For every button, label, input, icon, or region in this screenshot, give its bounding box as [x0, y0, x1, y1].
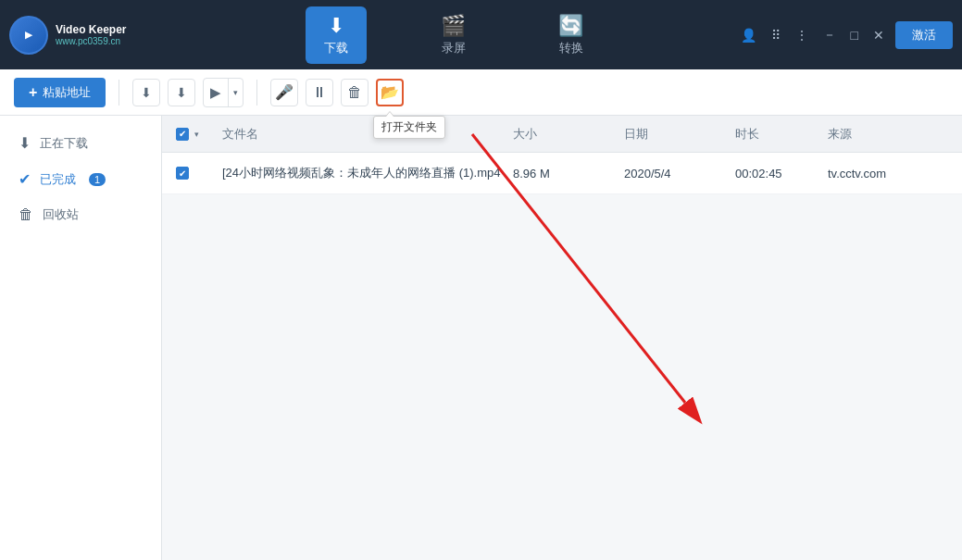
- import-1-icon: ⬇: [141, 85, 152, 100]
- row-size: 8.96 M: [513, 167, 624, 180]
- user-icon[interactable]: 👤: [737, 28, 760, 43]
- sidebar-item-recycle[interactable]: 🗑 回收站: [0, 197, 161, 232]
- open-folder-button[interactable]: 📂 打开文件夹: [376, 79, 404, 106]
- trash-icon: 🗑: [347, 84, 362, 101]
- sidebar-recycle-label: 回收站: [43, 206, 79, 223]
- import-3-icon: ▶: [210, 84, 221, 101]
- row-checkbox[interactable]: ✔: [176, 167, 189, 180]
- grid-icon[interactable]: ⠿: [768, 28, 784, 43]
- more-icon[interactable]: ⋮: [792, 28, 812, 43]
- row-date: 2020/5/4: [624, 167, 735, 180]
- logo-title: Video Keeper: [56, 23, 126, 36]
- nav-tabs: ⬇ 下载 🎬 录屏 🔄 转换: [171, 6, 737, 64]
- minimize-button[interactable]: －: [819, 27, 840, 44]
- delete-button[interactable]: 🗑: [341, 79, 369, 106]
- completed-badge: 1: [89, 173, 106, 186]
- download-icon: ⬇: [328, 14, 344, 38]
- pause-icon: ⏸: [312, 84, 327, 101]
- convert-icon: 🔄: [558, 14, 583, 38]
- recycle-icon: 🗑: [19, 206, 33, 223]
- mic-icon: 🎤: [275, 83, 294, 101]
- completed-icon: ✔: [19, 170, 31, 188]
- paste-address-button[interactable]: + 粘贴地址: [14, 78, 106, 107]
- downloading-icon: ⬇: [19, 134, 31, 152]
- table-row[interactable]: ✔ [24小时网络视频乱象：未成年人的网络直播 (1).mp4 8.96 M 2…: [162, 153, 962, 194]
- paste-label: 粘贴地址: [43, 84, 91, 101]
- close-button[interactable]: ✕: [869, 28, 888, 43]
- pause-button[interactable]: ⏸: [306, 79, 333, 106]
- tab-convert-label: 转换: [559, 40, 583, 56]
- activate-button[interactable]: 激活: [895, 21, 953, 49]
- sidebar-item-downloading[interactable]: ⬇ 正在下载: [0, 125, 161, 161]
- col-check-header: ✔ ▾: [176, 128, 222, 141]
- sidebar: ⬇ 正在下载 ✔ 已完成 1 🗑 回收站: [0, 116, 162, 560]
- chevron-down-icon: ▾: [233, 88, 238, 97]
- open-folder-tooltip: 打开文件夹: [373, 116, 445, 139]
- import-3-dropdown[interactable]: ▾: [228, 79, 243, 106]
- import-button-3[interactable]: ▶ ▾: [203, 78, 244, 107]
- logo-subtitle: www.pc0359.cn: [56, 36, 126, 46]
- plus-icon: +: [29, 84, 37, 101]
- header-checkbox[interactable]: ✔: [176, 128, 189, 141]
- import-3-main[interactable]: ▶: [204, 79, 228, 106]
- import-button-1[interactable]: ⬇: [132, 79, 160, 106]
- col-name-header: 文件名: [222, 126, 513, 143]
- tab-download-label: 下载: [324, 40, 348, 56]
- sidebar-completed-label: 已完成: [40, 171, 76, 188]
- record-icon: 🎬: [441, 14, 466, 38]
- content-area: ✔ ▾ 文件名 大小 日期 时长 来源 ✔ [24小时网络视频乱象：未成年人的网…: [162, 116, 962, 560]
- table-header: ✔ ▾ 文件名 大小 日期 时长 来源: [162, 116, 962, 153]
- col-source-header: 来源: [828, 126, 948, 143]
- toolbar: + 粘贴地址 ⬇ ⬇ ▶ ▾ 🎤 ⏸ 🗑 📂 打开文件夹: [0, 69, 962, 116]
- tab-convert[interactable]: 🔄 转换: [540, 6, 602, 64]
- logo-area: ▶ Video Keeper www.pc0359.cn: [9, 16, 171, 55]
- sidebar-downloading-label: 正在下载: [40, 135, 88, 152]
- row-check-cell: ✔: [176, 167, 222, 180]
- mic-button[interactable]: 🎤: [270, 79, 298, 106]
- col-date-header: 日期: [624, 126, 735, 143]
- row-filename: [24小时网络视频乱象：未成年人的网络直播 (1).mp4: [222, 165, 513, 181]
- header: ▶ Video Keeper www.pc0359.cn ⬇ 下载 🎬 录屏 🔄…: [0, 0, 962, 69]
- import-2-icon: ⬇: [176, 85, 187, 100]
- header-actions: 👤 ⠿ ⋮ － □ ✕ 激活: [737, 21, 953, 49]
- folder-icon: 📂: [381, 83, 399, 101]
- col-size-header: 大小: [513, 126, 624, 143]
- logo-icon: ▶: [9, 16, 48, 55]
- import-button-2[interactable]: ⬇: [168, 79, 195, 106]
- tab-record-label: 录屏: [442, 40, 466, 56]
- check-arrow-icon: ▾: [194, 130, 199, 139]
- col-duration-header: 时长: [735, 126, 828, 143]
- row-source: tv.cctv.com: [828, 167, 948, 180]
- tab-download[interactable]: ⬇ 下载: [306, 6, 367, 64]
- row-duration: 00:02:45: [735, 167, 828, 180]
- toolbar-divider-1: [119, 80, 119, 106]
- main-layout: ⬇ 正在下载 ✔ 已完成 1 🗑 回收站 ✔ ▾ 文件名 大小 日期 时长 来源: [0, 116, 962, 560]
- maximize-button[interactable]: □: [847, 28, 862, 43]
- sidebar-item-completed[interactable]: ✔ 已完成 1: [0, 161, 161, 197]
- toolbar-divider-2: [256, 80, 257, 106]
- tab-record[interactable]: 🎬 录屏: [422, 6, 484, 64]
